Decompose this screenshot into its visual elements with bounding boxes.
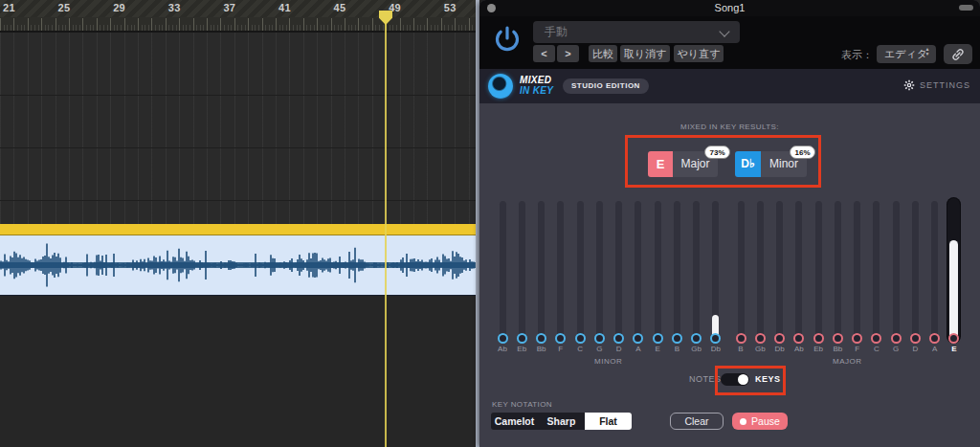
key-slider-e-major[interactable] [947, 198, 960, 343]
playhead-line [385, 23, 387, 447]
key-label-ab-minor: Ab [493, 345, 512, 353]
timeline-ruler[interactable]: 212529333741454953 [0, 0, 476, 17]
key-label-g-minor: G [590, 345, 609, 353]
slider-major-dot-icon [793, 333, 804, 344]
daw-arrange-area: 212529333741454953 [0, 0, 476, 447]
audio-region-header[interactable] [0, 224, 476, 235]
key-slider-b-major[interactable] [738, 201, 745, 340]
view-mode-dropdown[interactable]: エディタ ▲▼ [877, 45, 936, 63]
key-label-e-major: E [945, 345, 964, 353]
key-slider-g-minor[interactable] [596, 201, 603, 340]
slider-major-dot-icon [833, 333, 843, 344]
ruler-bar-number: 33 [168, 2, 181, 13]
key-slider-b-minor[interactable] [674, 201, 680, 340]
slider-minor-dot-icon [517, 333, 527, 344]
key-slider-d-minor[interactable] [615, 201, 622, 340]
slider-minor-dot-icon [536, 333, 546, 344]
key-label-f-minor: F [551, 345, 570, 353]
track-lane-area[interactable] [0, 33, 476, 224]
key-slider-gb-minor[interactable] [693, 201, 700, 340]
slider-minor-dot-icon [710, 333, 721, 344]
key-slider-e-minor[interactable] [655, 201, 661, 340]
key-slider-g-major[interactable] [893, 201, 900, 340]
notes-keys-toggle[interactable] [721, 373, 749, 386]
key-slider-bb-minor[interactable] [538, 201, 545, 340]
window-resize-capsule-icon[interactable] [959, 5, 973, 11]
chain-link-icon [949, 46, 967, 63]
bypass-power-button[interactable] [490, 23, 524, 57]
key-sliders-panel: MINOR MAJOR AbEbBbFCGDAEBGbDbBGbDbAbEbBb… [479, 198, 980, 370]
key-slider-eb-major[interactable] [815, 201, 822, 340]
slider-major-dot-icon [871, 333, 881, 344]
key-notation-label: KEY NOTATION [492, 400, 552, 409]
timeline-tick-strip[interactable] [0, 17, 476, 33]
plugin-titlebar: Song1 [479, 0, 980, 16]
audio-region-waveform[interactable] [0, 235, 476, 296]
next-preset-button[interactable]: > [557, 45, 579, 62]
logo-line2: IN KEY [520, 85, 553, 96]
key-slider-bb-major[interactable] [835, 201, 841, 340]
key-label-d-minor: D [610, 345, 629, 353]
key-slider-d-major[interactable] [912, 201, 919, 340]
waveform [0, 235, 476, 295]
key-slider-a-major[interactable] [931, 201, 938, 340]
key-label-gb-major: Gb [750, 345, 769, 353]
slider-major-dot-icon [948, 333, 959, 344]
key-label-ab-major: Ab [790, 345, 809, 353]
key-slider-c-minor[interactable] [577, 201, 584, 340]
toggle-knob [738, 374, 748, 385]
key-slider-f-minor[interactable] [557, 201, 564, 340]
slider-minor-dot-icon [594, 333, 605, 344]
key-slider-c-major[interactable] [873, 201, 880, 340]
slider-minor-dot-icon [672, 333, 682, 344]
pause-button[interactable]: Pause [732, 413, 788, 430]
ruler-bar-number: 21 [3, 2, 15, 13]
mixed-in-key-plugin-window: Song1 手動 < > 比較 取り消す やり直す 表示： エディタ ▲▼ [479, 0, 980, 447]
keys-label: KEYS [755, 374, 781, 384]
notation-option-sharp[interactable]: Sharp [538, 413, 585, 430]
slider-major-dot-icon [852, 333, 862, 344]
key-label-b-minor: B [667, 345, 686, 353]
view-label: 表示： [841, 48, 873, 62]
pause-label: Pause [751, 415, 780, 427]
chevron-down-icon [719, 26, 729, 36]
previous-preset-button[interactable]: < [533, 45, 555, 62]
logo-line1: MIXED [520, 75, 553, 85]
undo-button[interactable]: 取り消す [620, 45, 670, 62]
key-slider-ab-minor[interactable] [500, 201, 506, 340]
key-slider-db-minor[interactable] [712, 201, 719, 340]
key-slider-eb-minor[interactable] [519, 201, 525, 340]
ruler-bar-number: 25 [58, 2, 71, 13]
key-slider-ab-major[interactable] [795, 201, 802, 340]
slider-minor-dot-icon [613, 333, 624, 344]
view-mode-value: エディタ [884, 48, 927, 59]
key-slider-f-major[interactable] [854, 201, 860, 340]
notation-option-flat[interactable]: Flat [585, 413, 632, 430]
slider-minor-dot-icon [498, 333, 508, 344]
redo-button[interactable]: やり直す [674, 45, 724, 62]
preset-dropdown[interactable]: 手動 [533, 21, 740, 43]
key-slider-gb-major[interactable] [757, 201, 764, 340]
key-label-g-major: G [886, 345, 905, 353]
settings-button[interactable]: SETTINGS [903, 79, 970, 91]
key-slider-db-major[interactable] [776, 201, 783, 340]
key-label-b-major: B [731, 345, 750, 353]
key-label-a-minor: A [629, 345, 648, 353]
key-slider-a-minor[interactable] [635, 201, 641, 340]
ruler-bar-number: 53 [444, 2, 457, 13]
key-label-gb-minor: Gb [687, 345, 706, 353]
link-button[interactable] [944, 44, 972, 64]
close-icon[interactable] [487, 4, 496, 12]
ruler-bar-number: 29 [113, 2, 125, 13]
lane-divider [0, 147, 476, 148]
key-label-e-minor: E [648, 345, 667, 353]
major-group-label: MAJOR [833, 357, 862, 366]
key-label-d-major: D [905, 345, 924, 353]
notes-label: NOTES [689, 374, 722, 384]
key-label-db-minor: Db [706, 345, 725, 353]
clear-button[interactable]: Clear [670, 413, 724, 430]
key-label-a-major: A [925, 345, 945, 353]
notation-option-camelot[interactable]: Camelot [491, 413, 538, 430]
mixed-in-key-logo-text: MIXED IN KEY [520, 75, 553, 96]
compare-button[interactable]: 比較 [589, 45, 617, 62]
